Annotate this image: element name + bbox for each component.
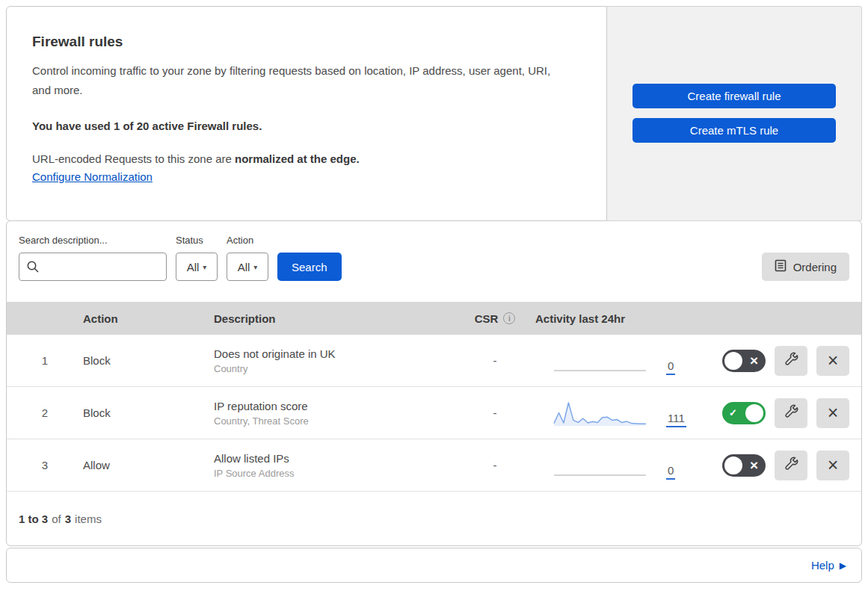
- delete-rule-button[interactable]: ×: [816, 346, 849, 376]
- search-description-label: Search description...: [19, 235, 167, 246]
- search-button[interactable]: Search: [277, 253, 342, 281]
- toggle-knob: [745, 404, 763, 422]
- action-filter-label: Action: [227, 235, 268, 246]
- wrench-icon: [783, 456, 799, 474]
- close-icon: ×: [828, 351, 839, 370]
- column-csr: CSR i: [475, 312, 516, 325]
- edit-rule-button[interactable]: [775, 346, 807, 376]
- table-header: Action Description CSR i Activity last 2…: [7, 302, 861, 335]
- rule-activity-cell: 0: [535, 347, 718, 375]
- close-icon: ×: [828, 403, 839, 422]
- rule-enabled-toggle[interactable]: [722, 454, 766, 477]
- firewall-rules-page: Firewall rules Control incoming traffic …: [0, 0, 868, 591]
- items-range: 1 to 3: [19, 513, 48, 525]
- rule-action: Block: [83, 354, 214, 367]
- rule-fields: Country: [214, 363, 455, 374]
- search-box: [19, 253, 167, 281]
- table-row: 1 Block Does not originate in UK Country…: [7, 335, 861, 387]
- edit-rule-button[interactable]: [775, 398, 807, 428]
- rule-fields: IP Source Address: [214, 468, 455, 479]
- rule-action: Allow: [83, 459, 214, 471]
- rule-description: Does not originate in UK: [214, 347, 455, 360]
- toggle-state-icon: [729, 402, 737, 424]
- ordering-list-icon: [775, 259, 787, 274]
- ordering-button[interactable]: Ordering: [762, 253, 849, 281]
- create-mtls-rule-button[interactable]: Create mTLS rule: [632, 118, 836, 143]
- help-label: Help: [811, 559, 834, 572]
- activity-sparkline: [553, 451, 647, 480]
- help-bar: Help ▶: [6, 548, 862, 583]
- normalization-text-bold: normalized at the edge.: [235, 152, 360, 165]
- rule-activity-cell: 0: [535, 451, 718, 480]
- rule-activity-cell: 111: [535, 399, 718, 427]
- page-description: Control incoming traffic to your zone by…: [32, 61, 563, 100]
- rule-controls: ×: [718, 451, 861, 480]
- rule-number: 1: [7, 354, 83, 367]
- search-description-group: Search description...: [19, 235, 167, 281]
- rule-csr-value: -: [493, 406, 497, 419]
- activity-sparkline: [553, 399, 647, 427]
- header-card: Firewall rules Control incoming traffic …: [6, 6, 607, 221]
- toggle-knob: [724, 457, 742, 474]
- action-filter-value: All: [238, 261, 250, 273]
- toggle-state-icon: [750, 454, 758, 477]
- toggle-knob: [724, 352, 742, 370]
- status-filter-select[interactable]: All ▾: [176, 253, 218, 281]
- toggle-state-icon: [750, 350, 758, 372]
- wrench-icon: [783, 351, 799, 370]
- items-total: 3: [65, 513, 71, 525]
- rule-controls: ×: [718, 398, 861, 428]
- help-link[interactable]: Help ▶: [811, 559, 846, 572]
- create-firewall-rule-button[interactable]: Create firewall rule: [632, 84, 836, 108]
- delete-rule-button[interactable]: ×: [816, 451, 849, 480]
- rules-list-card: Search description... Status All ▾ Actio…: [6, 220, 862, 546]
- rule-description: Allow listed IPs: [214, 452, 455, 465]
- rule-controls: ×: [718, 346, 861, 376]
- rule-description-cell: IP reputation score Country, Threat Scor…: [214, 400, 455, 427]
- ordering-button-label: Ordering: [793, 261, 837, 273]
- action-filter-select[interactable]: All ▾: [227, 253, 268, 281]
- rule-csr-value: -: [493, 354, 497, 367]
- activity-count-link[interactable]: 0: [666, 465, 675, 480]
- filter-bar: Search description... Status All ▾ Actio…: [7, 221, 861, 302]
- activity-count-link[interactable]: 0: [666, 360, 675, 375]
- column-activity: Activity last 24hr: [535, 312, 718, 325]
- rule-number: 3: [7, 459, 83, 471]
- close-icon: ×: [828, 456, 839, 474]
- chevron-down-icon: ▾: [253, 263, 257, 271]
- rule-csr-value: -: [493, 459, 497, 471]
- edit-rule-button[interactable]: [775, 451, 807, 480]
- rule-action: Block: [83, 406, 214, 419]
- status-filter-value: All: [187, 261, 200, 273]
- normalization-text-regular: URL-encoded Requests to this zone are: [32, 152, 232, 165]
- header-side-panel: Create firewall rule Create mTLS rule: [607, 6, 862, 221]
- rule-enabled-toggle[interactable]: [722, 350, 766, 372]
- info-icon[interactable]: i: [503, 312, 515, 324]
- rule-description-cell: Allow listed IPs IP Source Address: [214, 452, 455, 479]
- activity-sparkline: [553, 347, 647, 375]
- items-of: of: [52, 513, 61, 525]
- wrench-icon: [783, 403, 799, 422]
- table-row: 3 Allow Allow listed IPs IP Source Addre…: [7, 439, 861, 492]
- rule-number: 2: [7, 406, 83, 419]
- items-label: items: [75, 513, 102, 525]
- rule-description: IP reputation score: [214, 400, 455, 412]
- arrow-right-icon: ▶: [840, 560, 846, 571]
- rule-fields: Country, Threat Score: [214, 415, 455, 427]
- action-filter-group: Action All ▾: [227, 235, 268, 281]
- table-row: 2 Block IP reputation score Country, Thr…: [7, 387, 861, 439]
- column-action: Action: [83, 312, 214, 325]
- status-filter-group: Status All ▾: [176, 235, 218, 281]
- column-description: Description: [214, 312, 455, 325]
- delete-rule-button[interactable]: ×: [816, 398, 849, 428]
- normalization-text: URL-encoded Requests to this zone are no…: [32, 152, 573, 165]
- configure-normalization-link[interactable]: Configure Normalization: [32, 170, 153, 183]
- rule-description-cell: Does not originate in UK Country: [214, 347, 455, 374]
- search-description-input[interactable]: [19, 253, 167, 281]
- status-filter-label: Status: [176, 235, 218, 246]
- activity-count-link[interactable]: 111: [666, 412, 686, 427]
- rule-enabled-toggle[interactable]: [722, 402, 766, 424]
- chevron-down-icon: ▾: [203, 263, 206, 271]
- pagination-summary: 1 to 3 of 3 items: [7, 492, 861, 545]
- page-title: Firewall rules: [32, 34, 573, 50]
